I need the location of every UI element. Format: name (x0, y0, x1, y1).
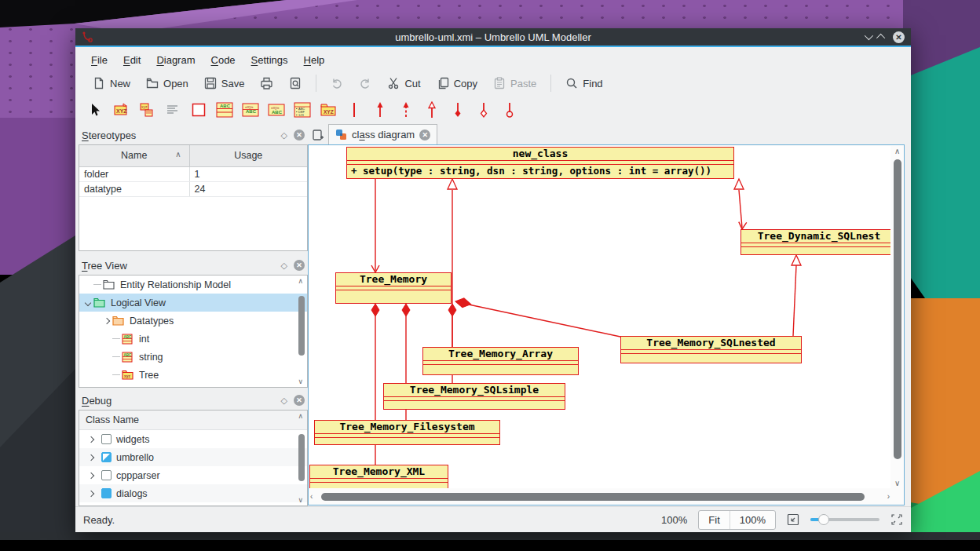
redo-button[interactable] (353, 74, 378, 93)
diagram-viewport[interactable]: new_class+ setup(type : string, dsn : st… (309, 146, 890, 488)
object-tool[interactable]: XYZ (112, 101, 130, 119)
fit-button[interactable]: Fit (699, 511, 729, 529)
new-tab-button[interactable] (308, 126, 328, 144)
expander-closed-icon[interactable] (86, 452, 97, 463)
checkbox-unchecked[interactable] (101, 434, 112, 444)
new-button[interactable]: New (86, 74, 137, 93)
scrollbar-thumb[interactable] (321, 493, 865, 501)
print-button[interactable] (254, 74, 280, 93)
select-arrow-tool[interactable] (86, 101, 104, 119)
generalization-tool[interactable] (423, 101, 441, 119)
scroll-right-icon[interactable]: › (887, 492, 890, 501)
scroll-down-icon[interactable]: ∨ (298, 496, 303, 504)
scroll-left-icon[interactable]: ‹ (310, 492, 313, 501)
debug-scrollbar[interactable]: ∧ ∨ (298, 412, 305, 504)
interface-tool[interactable]: «xy»ABC (242, 101, 259, 119)
dependency-tool[interactable] (397, 101, 415, 119)
expander-closed-icon[interactable] (86, 434, 97, 445)
column-header-usage[interactable]: Usage (189, 145, 307, 166)
class-box-Tree_Memory_SQLsimple[interactable]: Tree_Memory_SQLsimple (383, 383, 565, 410)
note-tool[interactable]: xyz (138, 101, 155, 119)
class-box-Tree_Memory_Array[interactable]: Tree_Memory_Array (422, 347, 579, 375)
scrollbar-thumb[interactable] (298, 296, 305, 356)
uni-association-tool[interactable] (371, 101, 389, 119)
menu-settings[interactable]: Settings (243, 51, 296, 69)
class-box-Tree_Memory_XML[interactable]: Tree_Memory_XML (309, 465, 448, 488)
table-row[interactable]: folder 1 (79, 166, 307, 181)
text-tool[interactable] (164, 101, 181, 119)
column-header-name[interactable]: Name∧ (79, 145, 189, 166)
float-dock-icon[interactable]: ◇ (281, 130, 287, 140)
maximize-icon[interactable] (876, 34, 885, 42)
expander-open-icon[interactable] (82, 297, 93, 308)
close-icon[interactable]: ✕ (893, 31, 905, 43)
treeview-scrollbar[interactable]: ∧ ∨ (298, 277, 305, 385)
expander-closed-icon[interactable] (86, 488, 97, 499)
scroll-down-icon[interactable]: ∨ (298, 378, 303, 385)
zoom-slider[interactable] (810, 513, 879, 526)
containment-tool[interactable] (501, 101, 518, 119)
fit-page-icon[interactable] (787, 513, 799, 526)
tree-item-datatypes[interactable]: Datatypes (79, 312, 307, 330)
class-box-new_class[interactable]: new_class+ setup(type : string, dsn : st… (346, 147, 734, 179)
aggregation-tool[interactable] (475, 101, 492, 119)
undo-button[interactable] (324, 74, 349, 93)
menu-help[interactable]: Help (296, 51, 333, 69)
debug-item-umbrello[interactable]: umbrello (79, 448, 307, 466)
package-tool[interactable]: XYZ (320, 101, 337, 119)
fullscreen-icon[interactable] (890, 513, 903, 526)
close-tab-icon[interactable]: ✕ (419, 130, 430, 140)
paste-button[interactable]: Paste (487, 74, 543, 93)
tree-item-string[interactable]: ABC string (79, 348, 307, 366)
close-dock-icon[interactable]: ✕ (294, 395, 305, 406)
class-box-Tree_Memory[interactable]: Tree_Memory (335, 272, 452, 304)
menu-code[interactable]: Code (203, 51, 243, 69)
menu-diagram[interactable]: Diagram (148, 51, 203, 69)
checkbox-unchecked[interactable] (101, 470, 112, 480)
debug-item-widgets[interactable]: widgets (79, 430, 307, 448)
zoom-100-button[interactable]: 100% (730, 511, 775, 529)
expander-closed-icon[interactable] (101, 316, 112, 327)
debug-column-header[interactable]: Class Name (79, 411, 307, 430)
float-dock-icon[interactable]: ◇ (281, 396, 287, 406)
checkbox-partial[interactable] (101, 452, 112, 462)
class-tool[interactable]: ABC (216, 101, 233, 119)
open-button[interactable]: Open (140, 74, 195, 93)
menu-edit[interactable]: Edit (115, 51, 148, 69)
class-box-Tree_Dynamic_SQLnest[interactable]: Tree_Dynamic_SQLnest (740, 229, 890, 255)
minimize-icon[interactable] (865, 31, 873, 40)
close-dock-icon[interactable]: ✕ (294, 260, 305, 271)
tree-item-logical-view[interactable]: Logical View (79, 294, 307, 312)
relationship-line[interactable] (793, 265, 796, 336)
datatype-tool[interactable]: «xy»ABC (268, 101, 285, 119)
zoom-slider-handle[interactable] (818, 514, 829, 525)
composition-tool[interactable] (449, 101, 466, 119)
class-box-Tree_Memory_SQLnested[interactable]: Tree_Memory_SQLnested (620, 336, 802, 363)
stereotypes-dock-header[interactable]: Stereotypes ◇ ✕ (79, 126, 308, 144)
checkbox-checked[interactable] (101, 488, 112, 498)
tree-item-entity-relationship-model[interactable]: Entity Relationship Model (79, 276, 307, 294)
class-box-Tree_Memory_Filesystem[interactable]: Tree_Memory_Filesystem (314, 420, 500, 445)
find-button[interactable]: Find (559, 74, 609, 93)
print-preview-button[interactable] (283, 74, 308, 93)
association-tool[interactable] (346, 101, 363, 119)
canvas-horizontal-scrollbar[interactable]: ‹ › (310, 491, 890, 502)
scroll-up-icon[interactable]: ∧ (298, 412, 303, 420)
scroll-down-icon[interactable]: ∨ (894, 479, 900, 487)
tree-item-int[interactable]: ABC int (79, 330, 307, 348)
debug-dock-header[interactable]: Debug ◇ ✕ (79, 391, 308, 410)
enum-tool[interactable]: ABCDEF123 (294, 101, 311, 119)
float-dock-icon[interactable]: ◇ (281, 261, 287, 271)
scrollbar-thumb[interactable] (298, 434, 305, 481)
save-button[interactable]: Save (198, 74, 251, 93)
tree-item-tree[interactable]: xyz Tree (79, 366, 307, 384)
scroll-up-icon[interactable]: ∧ (894, 147, 900, 155)
menu-file[interactable]: File (83, 51, 115, 69)
treeview-dock-header[interactable]: Tree View ◇ ✕ (79, 256, 308, 275)
debug-item-dialogs[interactable]: dialogs (79, 484, 307, 502)
canvas-vertical-scrollbar[interactable]: ∧ ∨ (892, 147, 903, 487)
tab-class-diagram[interactable]: class diagram ✕ (328, 124, 437, 144)
scroll-up-icon[interactable]: ∧ (298, 277, 303, 285)
expander-closed-icon[interactable] (86, 470, 97, 481)
scrollbar-thumb[interactable] (894, 159, 901, 459)
